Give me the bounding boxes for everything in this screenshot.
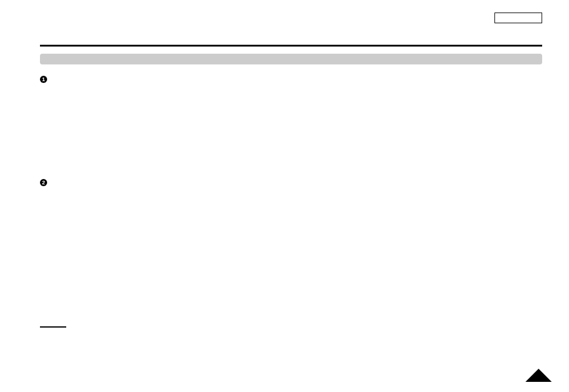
numbered-bullet-1: 1 [40,76,47,83]
section-divider-thick [40,45,542,47]
bullet-number: 1 [42,76,45,82]
footnote-rule [40,326,66,328]
scroll-up-icon[interactable] [525,369,552,382]
numbered-bullet-2: 2 [40,179,47,186]
bullet-number: 2 [42,180,45,186]
page-label-box [494,13,542,23]
section-heading-bar [40,54,542,64]
